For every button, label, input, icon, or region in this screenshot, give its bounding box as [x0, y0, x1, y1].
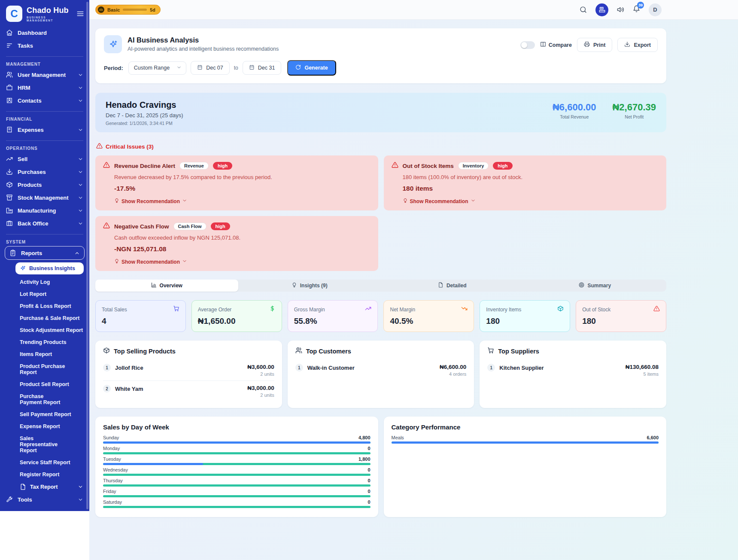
sidebar-item-products[interactable]: Products	[0, 178, 89, 191]
sidebar-item-manufacturing[interactable]: Manufacturing	[0, 204, 89, 217]
pos-register-button[interactable]	[595, 3, 608, 16]
compare-label: Compare	[549, 42, 572, 48]
sidebar-subitem-lot-report[interactable]: Lot Report	[0, 288, 89, 300]
period-label: Period:	[104, 65, 123, 71]
sidebar-item-stock-management[interactable]: Stock Management	[0, 191, 89, 204]
sidebar-subitem-purchase-payment-report[interactable]: Purchase Payment Report	[0, 390, 72, 408]
sidebar-item-purchases[interactable]: Purchases	[0, 165, 89, 178]
compare-toggle[interactable]	[520, 41, 535, 49]
alert-severity-badge: high	[493, 162, 512, 170]
show-recommendation-link[interactable]: Show Recommendation	[403, 198, 659, 204]
item-value: ₦3,600.00	[247, 364, 274, 370]
generate-button[interactable]: Generate	[287, 60, 336, 76]
sidebar-item-hrm[interactable]: HRM	[0, 81, 89, 94]
warning-triangle-icon	[103, 222, 110, 231]
sidebar-subitem-purchase-sale-report[interactable]: Purchase & Sale Report	[0, 312, 89, 324]
sidebar-subitem-business-insights[interactable]: Business Insights	[15, 262, 84, 274]
metric-card-net-margin: Net Margin 40.5%	[383, 300, 474, 332]
date-from-input[interactable]: Dec 07	[191, 61, 230, 75]
sidebar-subitem-product-sell-report[interactable]: Product Sell Report	[0, 378, 89, 390]
compare-label-group[interactable]: Compare	[540, 41, 572, 49]
topbar-icons: 39 D	[580, 3, 662, 16]
chevron-down-icon	[182, 259, 187, 265]
sidebar-item-tools[interactable]: Tools	[0, 493, 89, 506]
chart-bars-icon	[151, 282, 157, 289]
list-item[interactable]: 1 Walk-in Customer ₦6,600.00 4 orders	[295, 360, 467, 380]
date-to-input[interactable]: Dec 31	[243, 61, 282, 75]
sidebar-item-label: Tools	[18, 496, 32, 503]
sidebar-subitem-expense-report[interactable]: Expense Report	[0, 420, 89, 432]
export-button[interactable]: Export	[617, 38, 658, 52]
sidebar-item-dashboard[interactable]: Dashboard	[0, 26, 89, 39]
rank-badge: 2	[103, 385, 111, 393]
item-subtext: 2 units	[247, 371, 274, 377]
chart-value-label: 0	[367, 467, 370, 472]
sidebar-subitem-sales-representative-report[interactable]: Sales Representative Report	[0, 432, 72, 457]
list-item[interactable]: 1 Kitchen Supplier ₦130,660.08 5 items	[487, 360, 659, 380]
users-icon	[6, 71, 13, 78]
bar-track	[103, 441, 371, 444]
summary-totals: ₦6,600.00 Total Revenue ₦2,670.39 Net Pr…	[553, 102, 656, 119]
tab-insights-9[interactable]: Insights (9)	[238, 280, 381, 292]
plan-badge[interactable]: Basic 5d	[95, 5, 161, 15]
sidebar-subitem-product-purchase-report[interactable]: Product Purchase Report	[0, 360, 89, 378]
chart-value-label: 6,600	[647, 435, 659, 440]
metric-card-average-order: Average Order ₦1,650.00	[191, 300, 282, 332]
search-icon[interactable]	[580, 6, 587, 13]
chevron-down-icon	[78, 127, 83, 133]
item-subtext: 2 units	[247, 393, 274, 398]
sidebar-item-label: User Management	[18, 72, 66, 78]
section-header-management: MANAGEMENT	[6, 56, 83, 67]
sparkles-icon	[104, 35, 122, 53]
sidebar-item-reports[interactable]: Reports	[5, 246, 85, 260]
target-icon	[579, 282, 584, 289]
tab-detailed[interactable]: Detailed	[381, 280, 524, 292]
alert-value: -NGN 125,071.08	[114, 245, 371, 253]
sidebar-scrollbar[interactable]	[86, 2, 88, 509]
sidebar-subitem-tax-report[interactable]: Tax Report	[0, 481, 89, 493]
hamburger-menu-icon[interactable]	[76, 10, 84, 18]
notifications-button[interactable]: 39	[633, 5, 640, 14]
chart-title: Sales by Day of Week	[103, 423, 371, 431]
sidebar-item-back-office[interactable]: Back Office	[0, 217, 89, 230]
chevron-down-icon	[78, 98, 83, 103]
report-period: Dec 7 - Dec 31, 2025 (25 days)	[106, 112, 183, 119]
sidebar-subitem-activity-log[interactable]: Activity Log	[0, 276, 89, 288]
tab-summary[interactable]: Summary	[524, 280, 667, 292]
sidebar-subitem-register-report[interactable]: Register Report	[0, 469, 89, 481]
show-recommendation-link[interactable]: Show Recommendation	[114, 198, 371, 204]
metric-card-inventory-items: Inventory Items 180	[480, 300, 570, 332]
sidebar-item-user-management[interactable]: User Management	[0, 68, 89, 81]
sidebar-item-label: Products	[18, 182, 42, 188]
list-item[interactable]: 2 White Yam ₦3,000.00 2 units	[103, 380, 274, 402]
sidebar-item-expenses[interactable]: Expenses	[0, 123, 89, 136]
calendar-icon	[197, 64, 203, 71]
sidebar-subitem-trending-products[interactable]: Trending Products	[0, 336, 89, 348]
printer-icon	[584, 41, 590, 49]
notification-count-badge: 39	[637, 2, 644, 9]
metric-value: 4	[102, 317, 179, 326]
print-button[interactable]: Print	[577, 38, 612, 52]
chevron-down-icon	[78, 72, 83, 78]
list-item[interactable]: 1 Jollof Rice ₦3,600.00 2 units	[103, 360, 274, 380]
item-name: Walk-in Customer	[307, 365, 355, 371]
sidebar-subitem-sell-payment-report[interactable]: Sell Payment Report	[0, 408, 89, 420]
sidebar-item-tasks[interactable]: Tasks	[0, 39, 89, 52]
refresh-icon	[295, 64, 301, 71]
sidebar-item-contacts[interactable]: Contacts	[0, 94, 89, 107]
tab-overview[interactable]: Overview	[95, 280, 238, 292]
period-range-select[interactable]: Custom Range	[128, 61, 186, 75]
chevron-down-icon	[78, 208, 83, 213]
volume-icon[interactable]	[617, 6, 624, 13]
sidebar-subitem-items-report[interactable]: Items Report	[0, 348, 89, 360]
item-name: Kitchen Supplier	[499, 365, 544, 371]
sidebar-item-label: Tasks	[18, 43, 33, 49]
show-recommendation-link[interactable]: Show Recommendation	[114, 259, 371, 265]
tasks-icon	[6, 42, 13, 49]
avatar[interactable]: D	[649, 3, 662, 16]
sidebar-subitem-profit-loss-report[interactable]: Profit & Loss Report	[0, 300, 89, 312]
sidebar-subitem-stock-adjustment-report[interactable]: Stock Adjustment Report	[0, 324, 89, 336]
sidebar-subitem-service-staff-report[interactable]: Service Staff Report	[0, 457, 89, 469]
sidebar-item-sell[interactable]: Sell	[0, 152, 89, 165]
cart-icon	[173, 305, 179, 313]
